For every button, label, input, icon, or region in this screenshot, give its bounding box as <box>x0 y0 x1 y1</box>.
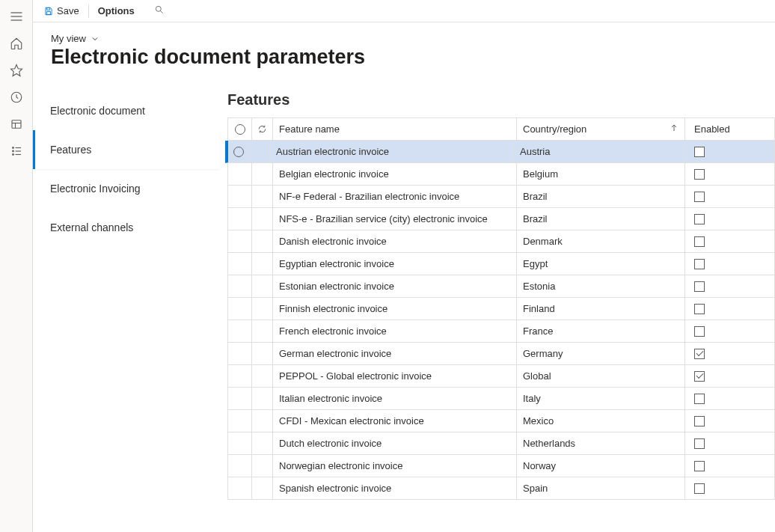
row-selector[interactable] <box>228 208 252 230</box>
table-row[interactable]: Dutch electronic invoiceNetherlands <box>228 432 775 455</box>
select-all-header[interactable] <box>228 118 252 140</box>
enabled-cell[interactable] <box>685 298 775 319</box>
enabled-cell[interactable] <box>685 163 775 185</box>
enabled-checkbox[interactable] <box>694 416 705 426</box>
table-row[interactable]: PEPPOL - Global electronic invoiceGlobal <box>228 365 775 388</box>
row-selector[interactable] <box>228 410 252 432</box>
enabled-cell[interactable] <box>685 343 775 364</box>
enabled-checkbox[interactable] <box>694 236 705 247</box>
row-selector[interactable] <box>228 455 252 477</box>
row-selector[interactable] <box>228 365 252 387</box>
enabled-checkbox[interactable] <box>694 214 705 224</box>
row-selector[interactable] <box>228 186 252 207</box>
table-row[interactable]: Spanish electronic invoiceSpain <box>228 477 775 500</box>
enabled-checkbox[interactable] <box>694 438 705 449</box>
save-button[interactable]: Save <box>39 2 84 19</box>
recent-icon[interactable] <box>1 84 31 111</box>
enabled-checkbox[interactable] <box>694 169 705 180</box>
table-row[interactable]: Austrian electronic invoiceAustria <box>225 141 775 163</box>
side-tab-external-channels[interactable]: External channels <box>33 208 220 247</box>
home-icon[interactable] <box>1 30 31 57</box>
column-header-country[interactable]: Country/region <box>517 118 685 140</box>
enabled-cell[interactable] <box>685 477 775 499</box>
enabled-cell[interactable] <box>685 253 775 275</box>
enabled-cell[interactable] <box>685 432 775 454</box>
enabled-checkbox[interactable] <box>694 326 705 337</box>
page-header: My view Electronic document parameters <box>33 22 775 76</box>
table-row[interactable]: NFS-e - Brazilian service (city) electro… <box>228 208 775 230</box>
feature-name-cell: Dutch electronic invoice <box>273 432 517 454</box>
search-icon[interactable] <box>148 1 171 20</box>
row-selector[interactable] <box>228 230 252 252</box>
enabled-cell[interactable] <box>685 365 775 387</box>
enabled-cell[interactable] <box>685 388 775 409</box>
enabled-checkbox[interactable] <box>694 483 705 494</box>
table-row[interactable]: Belgian electronic invoiceBelgium <box>228 163 775 186</box>
modules-icon[interactable] <box>1 138 31 165</box>
enabled-cell[interactable] <box>685 320 775 342</box>
table-row[interactable]: German electronic invoiceGermany <box>228 343 775 365</box>
row-selector[interactable] <box>228 388 252 409</box>
table-row[interactable]: CFDI - Mexican electronic invoiceMexico <box>228 410 775 432</box>
row-status-cell <box>252 163 273 185</box>
favorites-icon[interactable] <box>1 57 31 84</box>
enabled-checkbox[interactable] <box>694 304 705 314</box>
workspaces-icon[interactable] <box>1 111 31 138</box>
row-selector[interactable] <box>228 432 252 454</box>
options-button[interactable]: Options <box>94 2 139 19</box>
enabled-cell[interactable] <box>685 455 775 477</box>
country-cell: Global <box>517 365 685 387</box>
row-selector[interactable] <box>228 163 252 185</box>
enabled-cell[interactable] <box>685 186 775 207</box>
table-row[interactable]: Norwegian electronic invoiceNorway <box>228 455 775 477</box>
enabled-checkbox[interactable] <box>694 349 705 359</box>
enabled-checkbox[interactable] <box>694 371 705 382</box>
row-selector[interactable] <box>228 477 252 499</box>
table-row[interactable]: NF-e Federal - Brazilian electronic invo… <box>228 186 775 208</box>
table-row[interactable]: Egyptian electronic invoiceEgypt <box>228 253 775 275</box>
table-row[interactable]: Danish electronic invoiceDenmark <box>228 230 775 253</box>
country-cell: Norway <box>517 455 685 477</box>
enabled-cell[interactable] <box>685 141 775 162</box>
enabled-cell[interactable] <box>685 208 775 230</box>
row-selector[interactable] <box>228 253 252 275</box>
feature-name-cell: NFS-e - Brazilian service (city) electro… <box>273 208 517 230</box>
svg-rect-15 <box>47 11 51 14</box>
column-header-feature-name[interactable]: Feature name <box>273 118 517 140</box>
row-selector[interactable] <box>228 141 249 162</box>
row-selector[interactable] <box>228 320 252 342</box>
column-header-enabled[interactable]: Enabled <box>685 118 775 140</box>
refresh-header-icon[interactable] <box>252 118 273 140</box>
country-cell: Egypt <box>517 253 685 275</box>
row-selector[interactable] <box>228 343 252 364</box>
enabled-cell[interactable] <box>685 410 775 432</box>
enabled-checkbox[interactable] <box>694 259 705 269</box>
row-selector[interactable] <box>228 298 252 319</box>
feature-name-cell: Austrian electronic invoice <box>270 141 514 162</box>
enabled-checkbox[interactable] <box>694 461 705 471</box>
table-row[interactable]: French electronic invoiceFrance <box>228 320 775 343</box>
features-panel: Features Feature name Country/region <box>220 82 775 532</box>
feature-name-cell: French electronic invoice <box>273 320 517 342</box>
hamburger-icon[interactable] <box>1 3 31 30</box>
table-row[interactable]: Estonian electronic invoiceEstonia <box>228 275 775 298</box>
enabled-cell[interactable] <box>685 275 775 297</box>
view-selector[interactable]: My view <box>51 33 99 44</box>
table-row[interactable]: Finnish electronic invoiceFinland <box>228 298 775 320</box>
enabled-checkbox[interactable] <box>694 192 705 202</box>
row-status-cell <box>252 230 273 252</box>
row-status-cell <box>252 275 273 297</box>
country-cell: Mexico <box>517 410 685 432</box>
enabled-checkbox[interactable] <box>694 281 705 292</box>
table-row[interactable]: Italian electronic invoiceItaly <box>228 388 775 410</box>
row-selector[interactable] <box>228 275 252 297</box>
svg-point-8 <box>12 147 13 149</box>
side-tab-features[interactable]: Features <box>33 130 220 169</box>
enabled-checkbox[interactable] <box>694 147 705 157</box>
enabled-checkbox[interactable] <box>694 394 705 404</box>
separator <box>88 4 89 18</box>
enabled-cell[interactable] <box>685 230 775 252</box>
side-tab-electronic-document[interactable]: Electronic document <box>33 91 220 130</box>
side-tab-electronic-invoicing[interactable]: Electronic Invoicing <box>33 169 220 208</box>
nav-rail <box>0 0 33 532</box>
